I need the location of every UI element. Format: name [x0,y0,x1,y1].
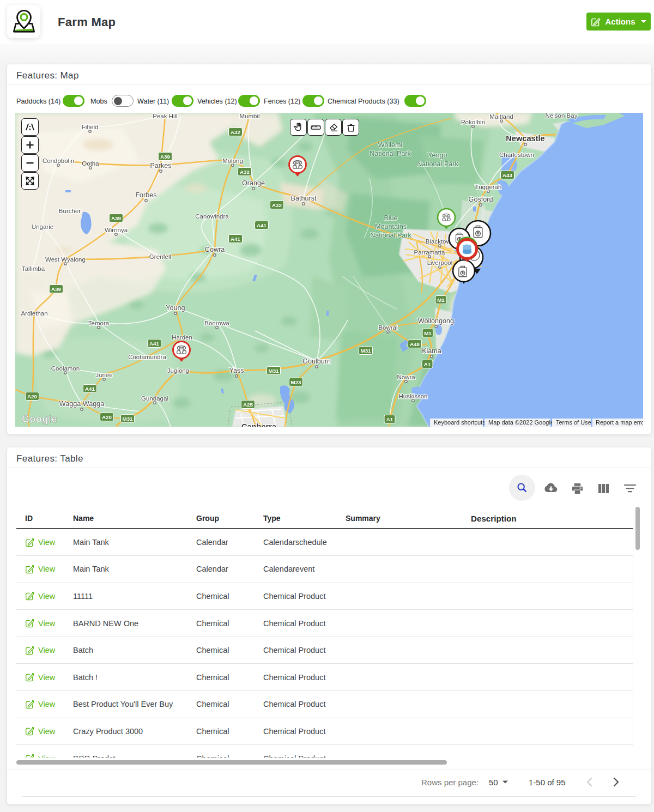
svg-text:Junee: Junee [95,372,112,378]
svg-text:Report a map error: Report a map error [596,419,643,426]
svg-text:Pokolbin: Pokolbin [461,119,485,125]
svg-text:Wollongong: Wollongong [418,317,454,325]
svg-text:A41: A41 [231,236,241,242]
svg-text:West Wyalong: West Wyalong [45,256,86,263]
svg-text:Blue: Blue [384,214,397,222]
svg-text:National Park: National Park [370,150,411,157]
svg-text:Nowra: Nowra [397,374,415,380]
svg-text:Tallimba: Tallimba [22,265,45,272]
svg-text:Google: Google [22,414,57,425]
svg-text:Newcastle: Newcastle [506,134,544,143]
svg-text:A32: A32 [272,202,282,208]
svg-text:Gosford: Gosford [469,196,493,203]
svg-text:Burcher: Burcher [59,208,81,214]
svg-text:Cowra: Cowra [205,246,225,253]
svg-text:A20: A20 [102,414,112,420]
svg-text:M1: M1 [424,330,432,336]
svg-text:M1: M1 [437,297,445,303]
svg-text:Terms of Use: Terms of Use [556,419,591,426]
svg-text:Tuggerah: Tuggerah [475,184,502,190]
svg-text:Parkes: Parkes [150,162,171,169]
svg-text:Ootha: Ootha [82,160,99,167]
svg-text:Kiama: Kiama [422,347,441,355]
svg-text:A32: A32 [240,169,250,175]
svg-text:Cootamundra: Cootamundra [128,354,166,360]
svg-text:National Park: National Park [417,160,458,168]
svg-text:Harden: Harden [172,334,192,341]
svg-text:Boorowa: Boorowa [204,320,229,326]
svg-text:Map data ©2022 Google: Map data ©2022 Google [488,419,554,426]
svg-text:Young: Young [166,304,185,312]
svg-text:A39: A39 [51,286,62,292]
svg-text:Mumbil: Mumbil [239,113,259,119]
svg-text:Goulburn: Goulburn [302,357,331,365]
svg-text:Orange: Orange [242,179,265,187]
svg-text:Wagga Wagga: Wagga Wagga [59,400,104,408]
svg-text:M23: M23 [290,379,301,385]
svg-text:A43: A43 [502,172,513,178]
svg-text:A1: A1 [424,361,431,367]
svg-text:Yass: Yass [229,367,244,374]
svg-text:Grenfell: Grenfell [149,253,171,260]
svg-text:Ardlethan: Ardlethan [21,310,47,317]
svg-text:Temora: Temora [88,320,110,326]
svg-text:M31: M31 [360,348,371,354]
svg-text:Fifield: Fifield [82,124,99,130]
svg-text:Coolamon: Coolamon [51,365,80,372]
svg-text:Ungarie: Ungarie [32,223,53,230]
svg-text:Gundagai: Gundagai [141,395,168,402]
svg-text:Canowindra: Canowindra [195,213,229,220]
svg-text:A41: A41 [149,341,160,347]
svg-text:A39: A39 [160,154,171,160]
svg-text:Bowral: Bowral [378,324,397,331]
svg-text:A20: A20 [27,393,38,399]
svg-text:A39: A39 [111,215,122,221]
svg-text:Huskisson: Huskisson [398,393,427,399]
svg-text:M31: M31 [122,416,133,422]
svg-text:A48: A48 [410,341,420,347]
svg-text:Keyboard shortcuts: Keyboard shortcuts [434,419,486,426]
svg-text:M31: M31 [268,368,279,374]
svg-text:Parramatta: Parramatta [414,249,445,256]
svg-text:A41: A41 [257,222,267,228]
svg-text:Wollemi: Wollemi [378,141,403,149]
svg-text:Canberra: Canberra [241,422,277,427]
svg-text:A1: A1 [386,416,393,422]
svg-text:Condobolin: Condobolin [43,157,74,164]
svg-text:A25: A25 [243,402,253,408]
svg-text:Maitland: Maitland [489,113,513,120]
svg-text:Yengo: Yengo [428,152,447,159]
svg-text:Mountains: Mountains [375,223,407,231]
svg-text:Jugiong: Jugiong [167,367,189,374]
svg-text:Wirrinya: Wirrinya [105,227,128,233]
svg-text:National Park: National Park [370,232,411,239]
svg-text:A41: A41 [85,386,95,392]
svg-text:A32: A32 [231,129,241,135]
svg-text:Nelson Bay: Nelson Bay [546,113,578,119]
svg-text:Molong: Molong [222,157,243,164]
svg-text:Forbes: Forbes [135,191,156,199]
svg-text:Peak Hill: Peak Hill [153,113,177,119]
svg-text:Charlestown: Charlestown [499,152,534,158]
svg-text:Liverpool: Liverpool [427,259,453,266]
svg-text:Bathurst: Bathurst [291,195,317,202]
